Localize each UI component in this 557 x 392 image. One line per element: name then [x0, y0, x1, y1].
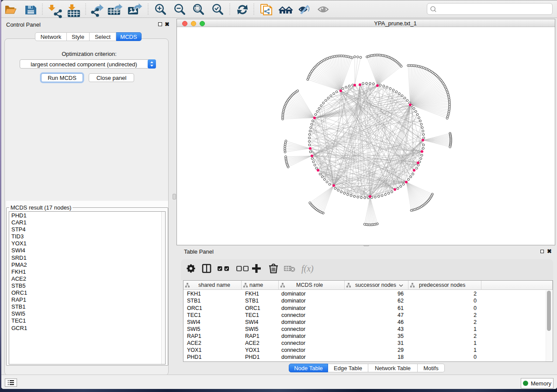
svg-text:f(x): f(x): [301, 264, 314, 274]
